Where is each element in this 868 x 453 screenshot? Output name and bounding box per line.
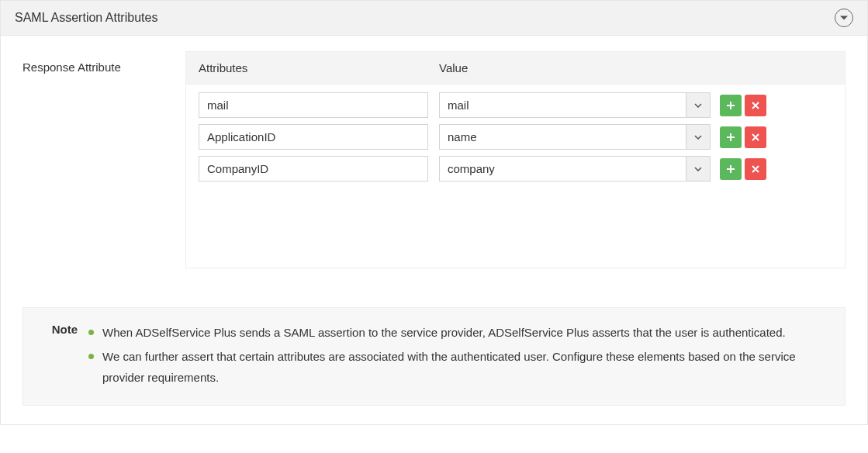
attribute-value-dropdown[interactable] (686, 92, 711, 118)
response-attribute-label: Response Attribute (22, 51, 185, 74)
saml-assertion-panel: SAML Assertion Attributes Response Attri… (0, 0, 868, 425)
header-value: Value (439, 61, 832, 74)
close-icon (751, 133, 760, 142)
add-row-button[interactable] (720, 126, 742, 148)
attribute-name-input[interactable] (199, 92, 428, 118)
attribute-value-wrap (439, 124, 711, 150)
attribute-value-dropdown[interactable] (686, 124, 711, 150)
row-actions (720, 126, 766, 148)
close-icon (751, 101, 760, 110)
attribute-value-wrap (439, 92, 711, 118)
attribute-value-input[interactable] (439, 124, 686, 150)
chevron-down-icon (694, 135, 702, 140)
attribute-value-wrap (439, 156, 711, 182)
delete-row-button[interactable] (745, 158, 766, 180)
note-list: When ADSelfService Plus sends a SAML ass… (85, 322, 829, 391)
attribute-value-input[interactable] (439, 92, 686, 118)
add-row-button[interactable] (720, 95, 742, 116)
note-item: When ADSelfService Plus sends a SAML ass… (85, 322, 829, 343)
chevron-down-icon (839, 15, 849, 21)
plus-icon (726, 164, 735, 174)
attribute-row (199, 124, 832, 150)
row-actions (720, 95, 766, 116)
close-icon (751, 164, 760, 174)
note-box: Note When ADSelfService Plus sends a SAM… (22, 307, 846, 406)
plus-icon (726, 101, 735, 110)
panel-body: Response Attribute Attributes Value Note… (1, 36, 867, 424)
delete-row-button[interactable] (745, 95, 766, 116)
delete-row-button[interactable] (745, 126, 766, 148)
attributes-rows (186, 85, 845, 200)
header-attributes: Attributes (199, 61, 439, 74)
attributes-table-header: Attributes Value (186, 52, 845, 85)
note-item: We can further assert that certain attri… (85, 346, 829, 388)
collapse-toggle[interactable] (835, 9, 853, 27)
note-label: Note (39, 322, 85, 336)
attribute-name-input[interactable] (199, 156, 428, 182)
attribute-value-input[interactable] (439, 156, 686, 182)
response-attribute-row: Response Attribute Attributes Value (22, 51, 846, 268)
attribute-row (199, 92, 832, 118)
attribute-name-input[interactable] (199, 124, 428, 150)
attributes-table: Attributes Value (185, 51, 846, 268)
chevron-down-icon (694, 167, 702, 171)
plus-icon (726, 133, 735, 142)
chevron-down-icon (694, 103, 702, 108)
row-actions (720, 158, 766, 180)
attribute-value-dropdown[interactable] (686, 156, 711, 182)
panel-header: SAML Assertion Attributes (1, 1, 867, 36)
panel-title: SAML Assertion Attributes (15, 11, 157, 25)
add-row-button[interactable] (720, 158, 742, 180)
attribute-row (199, 156, 832, 182)
